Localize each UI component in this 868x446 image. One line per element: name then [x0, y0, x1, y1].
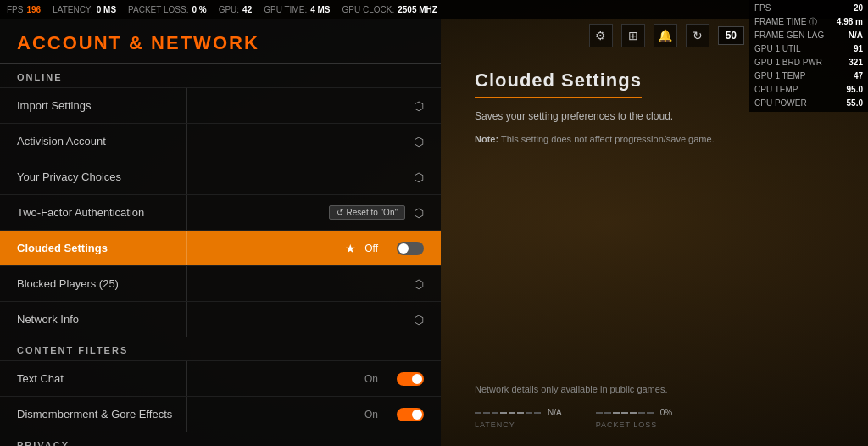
fps-panel-row: GPU 1 BRD PWR321: [754, 56, 863, 70]
dash-4: [500, 412, 507, 414]
dash-6: [517, 412, 524, 414]
gpu-clock-value: 2505 MHZ: [398, 5, 437, 14]
setting-row-blocked-players[interactable]: Blocked Players (25)⬡: [0, 265, 441, 301]
external-link-icon: ⬡: [414, 135, 424, 148]
favorite-star-icon[interactable]: ★: [345, 242, 356, 255]
pl-dash-7: [647, 412, 654, 414]
packet-loss-value: 0 %: [192, 5, 206, 14]
pl-dash-4: [621, 412, 628, 414]
setting-value-clouded-settings: Off: [364, 243, 378, 254]
detail-title: Clouded Settings: [475, 70, 642, 98]
setting-row-two-factor[interactable]: Two-Factor Authentication↺Reset to "On"⬡: [0, 194, 441, 230]
fps-panel-row: GPU 1 UTIL91: [754, 42, 863, 56]
toggle-clouded-settings[interactable]: [397, 242, 424, 255]
settings-list[interactable]: ONLINEImport Settings⬡Activision Account…: [0, 64, 441, 446]
row-divider: [186, 124, 187, 159]
fps-panel: FPS20FRAME TIME ⓘ4.98 mFRAME GEN LAGN/AG…: [749, 0, 868, 112]
setting-value-dismemberment: On: [364, 409, 378, 421]
fps-panel-row: FRAME GEN LAGN/A: [754, 29, 863, 42]
setting-name-privacy-choices: Your Privacy Choices: [17, 170, 414, 183]
setting-name-activision-account: Activision Account: [17, 135, 414, 148]
row-divider: [186, 302, 187, 337]
dash-7: [526, 412, 532, 414]
latency-label: LATENCY:: [53, 5, 93, 14]
fps-panel-row: FPS20: [754, 2, 863, 15]
row-divider: [186, 231, 187, 265]
setting-row-privacy-choices[interactable]: Your Privacy Choices⬡: [0, 159, 441, 194]
external-link-icon: ⬡: [414, 277, 424, 291]
latency-label: LATENCY: [475, 421, 562, 429]
row-divider: [186, 266, 187, 301]
gpu-clock-label: GPU CLOCK:: [342, 5, 395, 14]
packet-loss-line: 0%: [596, 408, 672, 417]
bell-icon[interactable]: 🔔: [654, 24, 677, 47]
dash-5: [509, 412, 515, 414]
grid-icon[interactable]: ⊞: [621, 24, 645, 47]
external-link-icon: ⬡: [414, 206, 424, 220]
setting-row-import-settings[interactable]: Import Settings⬡: [0, 87, 441, 123]
setting-row-clouded-settings[interactable]: Clouded Settings★Off: [0, 230, 441, 265]
network-section: Network details only available in public…: [475, 384, 851, 429]
top-hud: FPS 196 LATENCY: 0 MS PACKET LOSS: 0 % G…: [0, 0, 868, 19]
pl-dash-6: [638, 412, 645, 414]
packet-loss-dashes: [596, 412, 654, 414]
page-title-prefix: ACCOUNT: [17, 32, 122, 53]
section-header-privacy: PRIVACY: [0, 432, 441, 446]
packet-loss-value: 0%: [660, 408, 672, 417]
section-header-online: ONLINE: [0, 64, 441, 87]
setting-name-dismemberment: Dismemberment & Gore Effects: [17, 408, 364, 421]
row-divider: [186, 397, 187, 432]
gpu-value: 42: [242, 5, 252, 14]
pl-dash-1: [596, 412, 603, 414]
dash-1: [475, 412, 481, 414]
row-divider: [186, 361, 187, 396]
row-divider: [186, 88, 187, 123]
pl-dash-2: [604, 412, 611, 414]
setting-name-blocked-players: Blocked Players (25): [17, 277, 414, 290]
gpu-time-value: 4 MS: [310, 5, 330, 14]
latency-stat: N/A LATENCY: [475, 408, 562, 429]
row-divider: [186, 159, 187, 194]
setting-row-text-chat[interactable]: Text ChatOn: [0, 360, 441, 396]
setting-row-network-info[interactable]: Network Info⬡: [0, 301, 441, 337]
setting-name-network-info: Network Info: [17, 313, 414, 326]
latency-line: N/A: [475, 408, 562, 417]
detail-note: Note: This setting does not affect progr…: [475, 134, 834, 144]
refresh-icon[interactable]: ↻: [686, 24, 709, 47]
gpu-label: GPU:: [219, 5, 239, 14]
toggle-dismemberment[interactable]: [397, 408, 424, 421]
setting-row-activision-account[interactable]: Activision Account⬡: [0, 123, 441, 159]
packet-loss-label: PACKET LOSS:: [128, 5, 188, 14]
fps-value: 196: [26, 5, 41, 14]
latency-value: 0 MS: [97, 5, 116, 14]
packet-loss-label: PACKET LOSS: [596, 421, 672, 429]
top-right-icons: ⚙ ⊞ 🔔 ↻ 50: [584, 19, 749, 53]
dash-8: [534, 412, 541, 414]
pl-dash-3: [613, 412, 620, 414]
fps-panel-row: CPU POWER55.0: [754, 97, 863, 110]
reset-badge[interactable]: ↺Reset to "On": [329, 205, 405, 220]
section-header-content-filters: CONTENT FILTERS: [0, 337, 441, 360]
dash-2: [483, 412, 490, 414]
detail-note-text: This setting does not affect progression…: [501, 134, 715, 144]
setting-name-import-settings: Import Settings: [17, 99, 414, 112]
packet-loss-stat: 0% PACKET LOSS: [596, 408, 672, 429]
pl-dash-5: [630, 412, 637, 414]
external-link-icon: ⬡: [414, 99, 424, 113]
fps-panel-row: GPU 1 TEMP47: [754, 70, 863, 83]
page-title-bar: ACCOUNT & NETWORK: [0, 19, 441, 64]
fps-label: FPS: [7, 5, 23, 14]
latency-dashes: [475, 412, 541, 414]
setting-value-text-chat: On: [364, 373, 378, 385]
setting-row-dismemberment[interactable]: Dismemberment & Gore EffectsOn: [0, 396, 441, 432]
dash-3: [492, 412, 498, 414]
external-link-icon: ⬡: [414, 170, 424, 184]
main-panel: ACCOUNT & NETWORK ONLINEImport Settings⬡…: [0, 19, 441, 446]
setting-name-text-chat: Text Chat: [17, 372, 364, 385]
fps-panel-row: CPU TEMP95.0: [754, 83, 863, 97]
setting-name-clouded-settings: Clouded Settings: [17, 242, 345, 254]
toggle-text-chat[interactable]: [397, 372, 424, 386]
gpu-time-label: GPU TIME:: [264, 5, 307, 14]
inventory-icon[interactable]: ⚙: [589, 24, 613, 47]
latency-value: N/A: [548, 408, 562, 417]
